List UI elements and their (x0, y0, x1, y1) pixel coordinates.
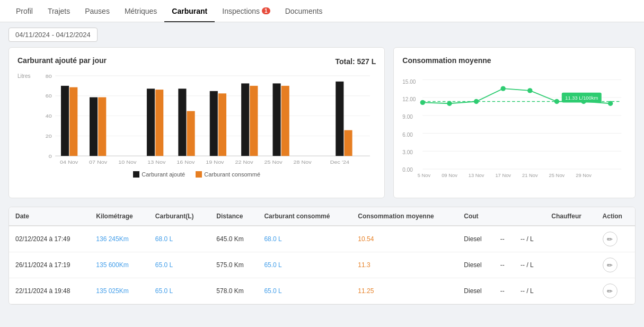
nav-profil[interactable]: Profil (8, 0, 40, 22)
cell-date: 26/11/2024 à 17:19 (9, 252, 90, 278)
svg-text:10 Nov: 10 Nov (119, 159, 137, 164)
table-row: 26/11/2024 à 17:19 135 600Km 65.0 L 575.… (9, 252, 635, 278)
nav-documents[interactable]: Documents (278, 0, 330, 22)
svg-rect-11 (61, 86, 69, 156)
cell-cout-dash2: -- / L (514, 252, 545, 278)
svg-text:80: 80 (46, 73, 52, 78)
line-chart-card: Consommation moyenne 15.00 12.00 9.00 6.… (393, 47, 636, 198)
cell-consommation-moyenne: 11.25 (351, 278, 457, 304)
bar-chart-header: Carburant ajouté par jour Total: 527 L (17, 56, 376, 67)
cell-carburant-consomme: 65.0 L (258, 278, 351, 304)
bar-chart-svg: 80 60 40 20 0 (32, 71, 376, 166)
nav-trajets[interactable]: Trajets (40, 0, 77, 22)
cell-kilometrage: 135 600Km (90, 252, 149, 278)
svg-text:04 Nov: 04 Nov (60, 159, 78, 164)
cell-cout-type: Diesel (457, 226, 494, 252)
svg-rect-24 (281, 86, 289, 156)
cell-kilometrage: 135 025Km (90, 278, 149, 304)
cell-cout-type: Diesel (457, 252, 494, 278)
edit-button[interactable]: ✏ (603, 284, 617, 298)
table-body: 02/12/2024 à 17:49 136 245Km 68.0 L 645.… (9, 226, 635, 304)
cell-consommation-moyenne: 10.54 (351, 226, 457, 252)
svg-rect-19 (210, 91, 218, 156)
svg-text:13 Nov: 13 Nov (148, 159, 166, 164)
cell-action: ✏ (596, 278, 635, 304)
cell-kilometrage: 136 245Km (90, 226, 149, 252)
inspections-badge: 1 (262, 7, 270, 14)
col-cout3 (514, 207, 545, 226)
legend-consumed: Carburant consommé (196, 171, 260, 178)
cell-distance: 575.0 Km (210, 252, 258, 278)
svg-point-44 (420, 100, 425, 105)
svg-rect-21 (242, 83, 250, 156)
svg-rect-22 (250, 86, 258, 156)
col-cout2 (494, 207, 514, 226)
svg-rect-13 (90, 98, 98, 156)
svg-text:25 Nov: 25 Nov (264, 159, 283, 164)
svg-rect-14 (99, 98, 107, 156)
cell-cout-dash2: -- / L (514, 278, 545, 304)
svg-rect-25 (336, 82, 344, 156)
svg-text:28 Nov: 28 Nov (294, 159, 312, 164)
svg-point-51 (608, 101, 613, 106)
cell-action: ✏ (596, 252, 635, 278)
svg-text:0: 0 (49, 154, 52, 159)
bar-chart-total: Total: 527 L (336, 57, 376, 66)
cell-carburant: 65.0 L (149, 278, 210, 304)
line-chart-title: Consommation moyenne (402, 56, 491, 65)
cell-cout-dash1: -- (494, 278, 514, 304)
svg-text:Dec '24: Dec '24 (330, 159, 350, 164)
svg-text:09 Nov: 09 Nov (442, 173, 458, 178)
edit-button[interactable]: ✏ (603, 258, 617, 272)
cell-carburant: 68.0 L (149, 226, 210, 252)
svg-text:13 Nov: 13 Nov (469, 173, 484, 178)
legend-consumed-label: Carburant consommé (204, 171, 260, 178)
svg-rect-12 (70, 87, 78, 156)
legend-added-box (133, 171, 139, 178)
svg-rect-17 (179, 89, 187, 156)
svg-rect-15 (147, 89, 155, 156)
line-y-axis: 15.00 12.00 9.00 6.00 3.00 0.00 (402, 71, 418, 189)
svg-text:07 Nov: 07 Nov (90, 159, 108, 164)
cell-chauffeur (545, 278, 596, 304)
svg-point-49 (554, 99, 559, 104)
fuel-table: Date Kilométrage Carburant(L) Distance C… (9, 207, 635, 304)
svg-rect-23 (273, 83, 281, 156)
col-date: Date (9, 207, 90, 226)
cell-cout-type: Diesel (457, 278, 494, 304)
cell-distance: 645.0 Km (210, 226, 258, 252)
cell-carburant-consomme: 65.0 L (258, 252, 351, 278)
nav-inspections[interactable]: Inspections 1 (215, 0, 277, 22)
svg-text:17 Nov: 17 Nov (496, 173, 511, 178)
nav-carburant[interactable]: Carburant (164, 0, 215, 22)
svg-point-45 (447, 101, 452, 106)
line-chart-svg: 11.33 L/100km 05 Nov 09 Nov 13 Nov 17 No… (418, 71, 627, 188)
cell-action: ✏ (596, 226, 635, 252)
col-distance: Distance (210, 207, 258, 226)
svg-rect-18 (187, 111, 195, 156)
legend-consumed-box (196, 171, 202, 178)
bar-chart-legend: Carburant ajouté Carburant consommé (17, 171, 376, 178)
table-section: Date Kilométrage Carburant(L) Distance C… (8, 207, 636, 305)
cell-chauffeur (545, 252, 596, 278)
cell-chauffeur (545, 226, 596, 252)
nav-metriques[interactable]: Métriques (117, 0, 164, 22)
svg-text:25 Nov: 25 Nov (549, 173, 565, 178)
date-range-button[interactable]: 04/11/2024 - 04/12/2024 (8, 28, 98, 42)
col-carburant: Carburant(L) (149, 207, 210, 226)
legend-added: Carburant ajouté (133, 171, 185, 178)
svg-text:16 Nov: 16 Nov (177, 159, 195, 164)
col-cout: Cout (457, 207, 494, 226)
cell-date: 22/11/2024 à 19:48 (9, 278, 90, 304)
table-row: 22/11/2024 à 19:48 135 025Km 65.0 L 578.… (9, 278, 635, 304)
svg-text:40: 40 (46, 113, 52, 119)
svg-rect-26 (345, 130, 352, 156)
col-action: Action (596, 207, 635, 226)
svg-text:29 Nov: 29 Nov (576, 173, 592, 178)
col-chauffeur: Chauffeur (545, 207, 596, 226)
table-row: 02/12/2024 à 17:49 136 245Km 68.0 L 645.… (9, 226, 635, 252)
nav-pauses[interactable]: Pauses (77, 0, 117, 22)
svg-text:11.33 L/100km: 11.33 L/100km (566, 95, 598, 101)
edit-button[interactable]: ✏ (603, 232, 617, 246)
cell-cout-dash2: -- / L (514, 226, 545, 252)
